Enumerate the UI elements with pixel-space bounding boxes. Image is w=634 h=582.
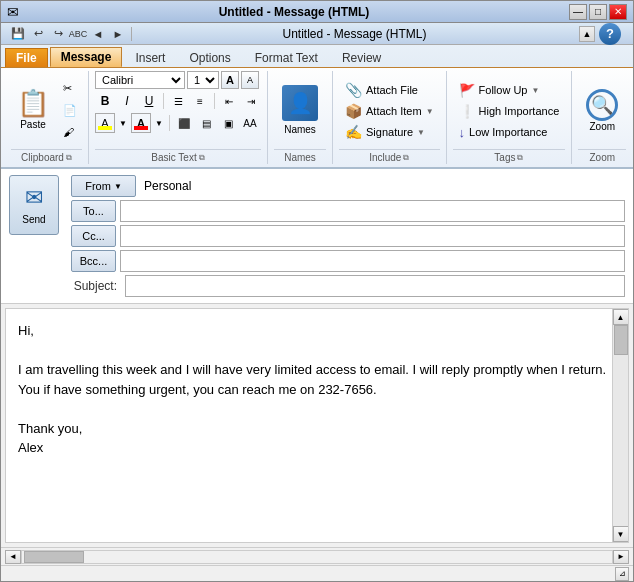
vertical-scrollbar[interactable]: ▲ ▼	[612, 309, 628, 542]
include-expand-icon[interactable]: ⧉	[403, 153, 409, 163]
h-scroll-thumb[interactable]	[24, 551, 84, 563]
save-quick-btn[interactable]: 💾	[9, 26, 27, 42]
ribbon-content: 📋 Paste ✂ 📄 🖌	[1, 67, 633, 167]
resize-handle[interactable]: ⊿	[615, 567, 629, 581]
bcc-input[interactable]	[120, 250, 625, 272]
scroll-up-button[interactable]: ▲	[613, 309, 629, 325]
clipboard-expand-icon[interactable]: ⧉	[66, 153, 72, 163]
subject-row: Subject:	[71, 275, 625, 297]
cut-icon: ✂	[63, 82, 72, 95]
from-row: From ▼ Personal	[71, 175, 625, 197]
follow-up-label: Follow Up	[479, 84, 528, 96]
font-color-swatch	[134, 126, 148, 130]
tags-label: Tags ⧉	[453, 149, 566, 164]
to-row: To...	[71, 200, 625, 222]
paste-button[interactable]: 📋 Paste	[11, 78, 55, 143]
names-content: 👤 Names	[274, 71, 326, 149]
copy-button[interactable]: 📄	[58, 100, 82, 120]
font-size-select[interactable]: 11	[187, 71, 219, 89]
shrink-font-button[interactable]: A	[241, 71, 259, 89]
tab-file[interactable]: File	[5, 48, 48, 67]
high-importance-label: High Importance	[479, 105, 560, 117]
high-importance-icon: ❕	[459, 104, 475, 119]
low-importance-button[interactable]: ↓ Low Importance	[453, 122, 566, 142]
next-quick-btn[interactable]: ►	[109, 26, 127, 42]
tab-format-text[interactable]: Format Text	[244, 48, 329, 67]
email-body[interactable]: Hi, I am travelling this week and I will…	[5, 308, 629, 543]
indent-less-button[interactable]: ⇤	[219, 91, 239, 111]
scroll-down-button[interactable]: ▼	[613, 526, 629, 542]
bcc-button[interactable]: Bcc...	[71, 250, 116, 272]
quick-access-title: Untitled - Message (HTML)	[136, 27, 573, 41]
from-button[interactable]: From ▼	[71, 175, 136, 197]
underline-button[interactable]: U	[139, 91, 159, 111]
tab-options[interactable]: Options	[178, 48, 241, 67]
cut-button[interactable]: ✂	[58, 78, 82, 98]
tab-review[interactable]: Review	[331, 48, 392, 67]
ribbon-group-names: 👤 Names Names	[268, 71, 333, 164]
signature-button[interactable]: ✍ Signature ▼	[339, 122, 440, 142]
font-color-button[interactable]: A	[131, 113, 151, 133]
attach-item-button[interactable]: 📦 Attach Item ▼	[339, 101, 440, 121]
font-row-2: B I U ☰ ≡ ⇤ ⇥	[95, 91, 261, 111]
grow-font-button[interactable]: A	[221, 71, 239, 89]
h-scroll-left-button[interactable]: ◄	[5, 550, 21, 564]
cc-label: Cc...	[82, 230, 105, 242]
maximize-button[interactable]: □	[589, 4, 607, 20]
signature-icon: ✍	[345, 124, 362, 140]
indent-more-button[interactable]: ⇥	[241, 91, 261, 111]
align-center-button[interactable]: ▤	[196, 113, 216, 133]
scroll-thumb[interactable]	[614, 325, 628, 355]
undo-quick-btn[interactable]: ↩	[29, 26, 47, 42]
font-family-select[interactable]: Calibri	[95, 71, 185, 89]
to-button[interactable]: To...	[71, 200, 116, 222]
highlight-color-button[interactable]: A	[95, 113, 115, 133]
window: ✉ Untitled - Message (HTML) — □ ✕ 💾 ↩ ↪ …	[0, 0, 634, 582]
attach-item-dropdown-icon: ▼	[426, 107, 434, 116]
bullets-button[interactable]: ☰	[168, 91, 188, 111]
zoom-button[interactable]: 🔍 Zoom	[578, 75, 626, 145]
cc-button[interactable]: Cc...	[71, 225, 116, 247]
prev-quick-btn[interactable]: ◄	[89, 26, 107, 42]
tags-expand-icon[interactable]: ⧉	[517, 153, 523, 163]
italic-button[interactable]: I	[117, 91, 137, 111]
ribbon-collapse-button[interactable]: ▲	[579, 26, 595, 42]
attach-file-button[interactable]: 📎 Attach File	[339, 80, 440, 100]
signature-dropdown-icon: ▼	[417, 128, 425, 137]
zoom-content: 🔍 Zoom	[578, 71, 626, 149]
close-button[interactable]: ✕	[609, 4, 627, 20]
tags-content: 🚩 Follow Up ▼ ❕ High Importance ↓ Low Im…	[453, 71, 566, 149]
numbering-button[interactable]: ≡	[190, 91, 210, 111]
zoom-icon: 🔍	[586, 89, 618, 121]
tab-message[interactable]: Message	[50, 47, 123, 67]
email-area: ✉ Send From ▼ Personal To...	[1, 169, 633, 581]
bold-button[interactable]: B	[95, 91, 115, 111]
send-label: Send	[22, 214, 45, 225]
horizontal-scrollbar[interactable]	[21, 550, 613, 564]
send-button[interactable]: ✉ Send	[9, 175, 59, 235]
tab-insert[interactable]: Insert	[124, 48, 176, 67]
highlight-dropdown[interactable]: ▼	[117, 113, 129, 133]
redo-quick-btn[interactable]: ↪	[49, 26, 67, 42]
h-scroll-right-button[interactable]: ►	[613, 550, 629, 564]
follow-up-button[interactable]: 🚩 Follow Up ▼	[453, 80, 566, 100]
font-color-dropdown[interactable]: ▼	[153, 113, 165, 133]
spelling-quick-btn[interactable]: ABC	[69, 26, 87, 42]
cc-input[interactable]	[120, 225, 625, 247]
align-right-button[interactable]: ▣	[218, 113, 238, 133]
styles-button[interactable]: AA	[240, 113, 260, 133]
help-button[interactable]: ?	[599, 23, 621, 45]
window-controls: — □ ✕	[569, 4, 627, 20]
to-input[interactable]	[120, 200, 625, 222]
ribbon-group-basic-text: Calibri 11 A A B I U ☰ ≡	[89, 71, 268, 164]
subject-input[interactable]	[125, 275, 625, 297]
align-left-button[interactable]: ⬛	[174, 113, 194, 133]
font-row-1: Calibri 11 A A	[95, 71, 261, 89]
high-importance-button[interactable]: ❕ High Importance	[453, 101, 566, 121]
names-label-group: Names	[274, 149, 326, 164]
names-button[interactable]: 👤 Names	[274, 75, 326, 145]
app-icon: ✉	[7, 4, 19, 20]
basic-text-expand-icon[interactable]: ⧉	[199, 153, 205, 163]
minimize-button[interactable]: —	[569, 4, 587, 20]
format-painter-button[interactable]: 🖌	[58, 122, 82, 142]
